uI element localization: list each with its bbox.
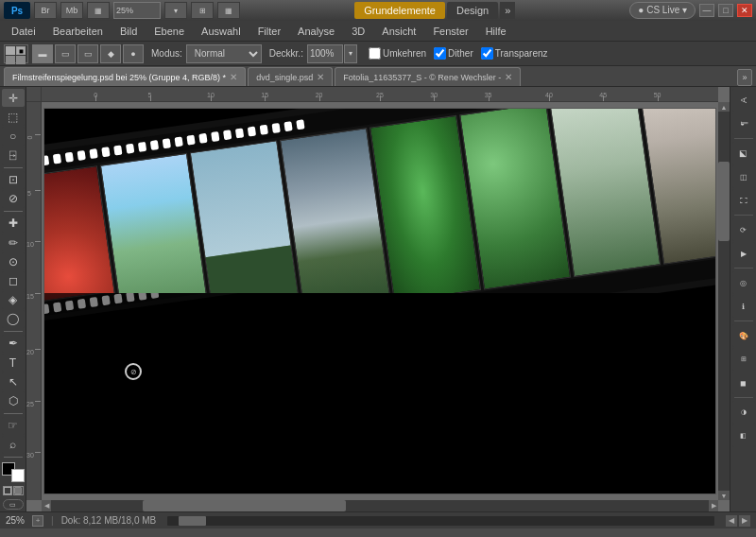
char-panel-btn[interactable]: A	[732, 89, 755, 112]
scroll-right-btn[interactable]: ▶	[739, 515, 750, 527]
navigator-panel-btn[interactable]: ◎	[732, 271, 755, 294]
h-scrollbar[interactable]: ◀ ▶	[42, 500, 718, 511]
menu-datei[interactable]: Datei	[4, 22, 43, 41]
healing-tool[interactable]: ✚	[2, 215, 25, 233]
ruler-left: 0 5 10 15 20 25 30	[26, 102, 42, 500]
v-scroll-down[interactable]: ▼	[718, 491, 730, 500]
view-btn[interactable]: ⊞	[191, 2, 214, 19]
zoom-tool[interactable]: ⌕	[2, 436, 25, 454]
bridge-btn[interactable]: Br	[34, 2, 57, 19]
menu-bearbeiten[interactable]: Bearbeiten	[45, 22, 111, 41]
cslive-btn[interactable]: ● CS Live ▾	[629, 2, 696, 19]
menu-fenster[interactable]: Fenster	[425, 22, 475, 41]
arrange-btn[interactable]: ▦	[217, 2, 240, 19]
menu-ansicht[interactable]: Ansicht	[374, 22, 423, 41]
eraser-tool[interactable]: ◻	[2, 271, 25, 289]
pen-tool[interactable]: ✒	[2, 335, 25, 353]
status-scroll-thumb[interactable]	[179, 516, 206, 526]
minibridge-btn[interactable]: Mb	[60, 2, 83, 19]
brush-tool[interactable]: ✏	[2, 234, 25, 251]
tab-extend[interactable]: »	[737, 69, 752, 86]
stamp-tool[interactable]: ⊙	[2, 252, 25, 270]
info-panel-btn[interactable]: ℹ	[732, 295, 755, 318]
shape-tool[interactable]: ⬡	[2, 391, 25, 409]
dither-check[interactable]	[434, 47, 446, 60]
opacity-input[interactable]	[307, 44, 343, 63]
menu-auswahl[interactable]: Auswahl	[194, 22, 249, 41]
quick-select-tool[interactable]: ⍈	[2, 147, 25, 165]
workspace-design[interactable]: Design	[447, 2, 498, 19]
actions-panel-btn[interactable]: ▶	[732, 242, 755, 265]
transparenz-check[interactable]	[481, 47, 493, 60]
v-scroll-up[interactable]: ▲	[718, 102, 730, 112]
canvas-content[interactable]: ⊘	[42, 102, 718, 500]
pill-shape[interactable]: ▭	[77, 44, 98, 63]
tab-filmstreifen-close[interactable]: ✕	[230, 72, 237, 82]
h-scroll-thumb[interactable]	[143, 500, 346, 511]
dodge-tool[interactable]: ◯	[2, 310, 25, 328]
move-tool[interactable]: ✛	[2, 89, 25, 107]
document-canvas[interactable]: ⊘	[43, 108, 716, 494]
umkehren-check[interactable]	[369, 47, 381, 60]
scroll-left-btn[interactable]: ◀	[726, 515, 737, 527]
normal-mode-btn[interactable]	[3, 486, 13, 495]
menu-filter[interactable]: Filter	[250, 22, 288, 41]
mode-select[interactable]: Normal Aufhellen Abdunkeln	[186, 44, 262, 63]
gradient-tool[interactable]: ◈	[2, 291, 25, 309]
history-panel-btn[interactable]: ⟳	[732, 218, 755, 241]
menu-3d[interactable]: 3D	[344, 22, 372, 41]
h-scroll-left[interactable]: ◀	[42, 500, 51, 511]
round-shape[interactable]: ▭	[55, 44, 76, 63]
v-scrollbar[interactable]: ▲ ▼	[718, 102, 730, 500]
rlabel-v-5: 5	[27, 190, 31, 197]
h-scroll-right[interactable]: ▶	[709, 500, 718, 511]
tab-filmstreifen[interactable]: Filmstreifenspiegelung.psd bei 25% (Grup…	[4, 67, 246, 86]
zoom-select[interactable]: 25%	[113, 2, 161, 19]
menu-bild[interactable]: Bild	[112, 22, 145, 41]
diamond-shape[interactable]: ◆	[100, 44, 121, 63]
text-tool[interactable]: T	[2, 354, 25, 372]
path-select-tool[interactable]: ↖	[2, 372, 25, 390]
toolbox: ✛ ⬚ ○ ⍈ ⊡ ⊘ ✚ ✏ ⊙ ◻ ◈ ◯ ✒ T ↖ ⬡ ☞ ⌕	[0, 87, 26, 511]
zoom-in-btn[interactable]: +	[32, 515, 43, 527]
r-hole	[150, 293, 159, 299]
bg-color-swatch[interactable]	[11, 469, 25, 482]
tab-fotolia-close[interactable]: ✕	[505, 72, 512, 82]
marquee-tool[interactable]: ⬚	[2, 108, 25, 126]
menu-hilfe[interactable]: Hilfe	[478, 22, 514, 41]
maximize-btn[interactable]: □	[718, 4, 733, 17]
hand-tool[interactable]: ☞	[2, 417, 25, 435]
close-btn[interactable]: ✕	[737, 4, 752, 17]
r-hole	[77, 299, 85, 309]
quick-mask-btn[interactable]	[13, 486, 24, 495]
zoom-dropdown[interactable]: ▾	[164, 2, 187, 19]
minimize-btn[interactable]: —	[699, 4, 714, 17]
rect-shape[interactable]: ▬	[32, 44, 53, 63]
menu-ebene[interactable]: Ebene	[146, 22, 192, 41]
channels-panel-btn[interactable]: ◫	[732, 165, 755, 188]
lasso-tool[interactable]: ○	[2, 127, 25, 145]
masks-panel-btn[interactable]: ◧	[732, 424, 755, 447]
workspace-grundelemente[interactable]: Grundelemente	[354, 2, 445, 19]
opacity-dropdown[interactable]: ▾	[344, 44, 357, 63]
tab-dvd[interactable]: dvd_single.psd ✕	[248, 67, 333, 86]
crop-tool[interactable]: ⊡	[2, 171, 25, 189]
adjustments-panel-btn[interactable]: ◑	[732, 401, 755, 424]
status-scrollbar[interactable]	[167, 516, 714, 526]
styles-panel-btn[interactable]: ◼	[732, 372, 755, 394]
circle-shape[interactable]: ●	[123, 44, 144, 63]
para-panel-btn[interactable]: ¶	[732, 113, 755, 135]
workspace-extend[interactable]: »	[500, 2, 515, 19]
tab-dvd-close[interactable]: ✕	[317, 72, 324, 82]
v-scroll-thumb[interactable]	[718, 162, 730, 241]
tab-fotolia[interactable]: Fotolia_11635377_S - © Rene Wechsler - ✕	[335, 67, 521, 86]
rlabel-v-20: 20	[26, 349, 34, 355]
color-panel-btn[interactable]: 🎨	[732, 324, 755, 347]
screen-mode-btn[interactable]: ▭	[3, 499, 24, 510]
frame-btn[interactable]: ▦	[87, 2, 110, 19]
paths-panel-btn[interactable]: ⛶	[732, 189, 755, 212]
menu-analyse[interactable]: Analyse	[290, 22, 342, 41]
eyedropper-tool[interactable]: ⊘	[2, 190, 25, 208]
swatches-panel-btn[interactable]: ⊞	[732, 348, 755, 371]
layers-panel-btn[interactable]: ⬕	[732, 142, 755, 165]
